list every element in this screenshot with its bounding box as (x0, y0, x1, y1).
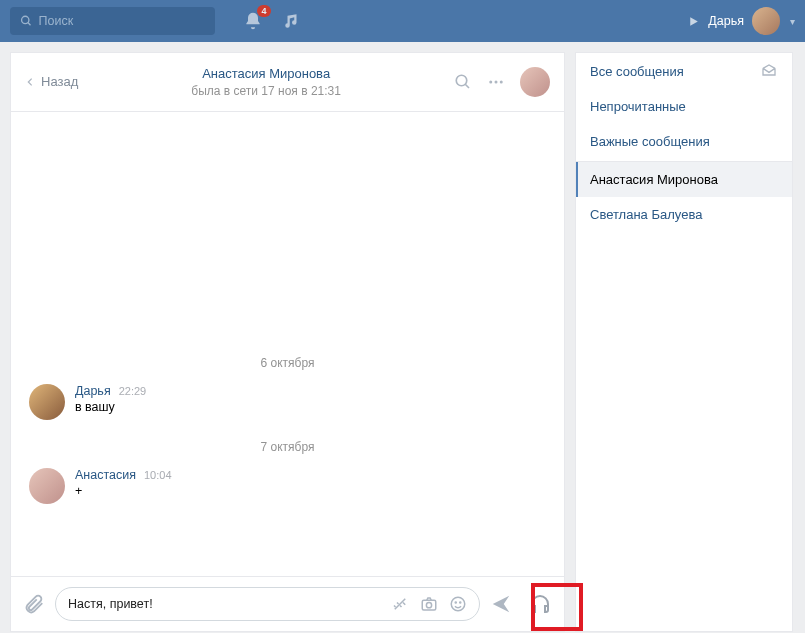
sidebar-contact[interactable]: Светлана Балуева (576, 197, 792, 232)
back-label: Назад (41, 74, 78, 89)
sidebar-item-label: Все сообщения (590, 64, 684, 79)
headphones-button[interactable] (528, 592, 552, 616)
message-time: 22:29 (119, 385, 147, 397)
svg-line-3 (465, 84, 469, 88)
play-icon (687, 15, 700, 28)
chat-title[interactable]: Анастасия Миронова (78, 65, 454, 83)
avatar[interactable] (29, 384, 65, 420)
notifications-badge: 4 (257, 5, 271, 17)
back-button[interactable]: Назад (25, 74, 78, 89)
svg-point-11 (460, 602, 461, 603)
camera-icon (419, 595, 439, 613)
svg-point-8 (426, 603, 431, 608)
sidebar-item-important[interactable]: Важные сообщения (576, 124, 792, 159)
message-row: Дарья 22:29 в вашу (29, 384, 546, 420)
chat-panel: Назад Анастасия Миронова была в сети 17 … (10, 52, 565, 632)
message-input[interactable] (68, 597, 381, 611)
composer (11, 576, 564, 631)
sidebar-item-label: Важные сообщения (590, 134, 710, 149)
sidebar-item-unread[interactable]: Непрочитанные (576, 89, 792, 124)
music-icon (283, 12, 301, 30)
search-in-chat-button[interactable] (454, 73, 472, 91)
sidebar-item-all[interactable]: Все сообщения (576, 53, 792, 89)
svg-rect-7 (422, 600, 436, 610)
chat-status: была в сети 17 ноя в 21:31 (78, 83, 454, 99)
envelope-icon (760, 63, 778, 79)
emoji-button[interactable] (449, 595, 467, 613)
sidebar-item-label: Светлана Балуева (590, 207, 702, 222)
dots-icon (486, 73, 506, 91)
voice-button[interactable] (391, 595, 409, 613)
svg-point-0 (22, 16, 29, 23)
camera-button[interactable] (419, 595, 439, 613)
date-separator: 6 октября (29, 356, 546, 370)
date-separator: 7 октября (29, 440, 546, 454)
message-text: в вашу (75, 400, 146, 414)
send-button[interactable] (490, 593, 512, 615)
notifications-button[interactable]: 4 (243, 11, 263, 31)
user-menu[interactable]: Дарья ▾ (687, 7, 795, 35)
svg-point-2 (456, 75, 467, 86)
svg-point-10 (455, 602, 456, 603)
svg-point-6 (500, 80, 503, 83)
user-name-label: Дарья (708, 14, 744, 28)
message-input-wrap[interactable] (55, 587, 480, 621)
topbar-icons: 4 (243, 11, 301, 31)
svg-point-5 (495, 80, 498, 83)
search-input[interactable] (39, 14, 205, 28)
sidebar-contact-active[interactable]: Анастасия Миронова (576, 162, 792, 197)
topbar: 4 Дарья ▾ (0, 0, 805, 42)
message-text: + (75, 484, 172, 498)
sidebar-item-label: Непрочитанные (590, 99, 686, 114)
sidebar: Все сообщения Непрочитанные Важные сообщ… (575, 52, 793, 632)
svg-point-4 (489, 80, 492, 83)
chat-header: Назад Анастасия Миронова была в сети 17 … (11, 53, 564, 112)
chevron-left-icon (25, 75, 35, 89)
paperclip-icon (23, 593, 45, 615)
messages-scroll[interactable]: 6 октября Дарья 22:29 в вашу 7 октября А… (11, 112, 564, 576)
sidebar-item-label: Анастасия Миронова (590, 172, 718, 187)
svg-point-9 (451, 597, 465, 611)
avatar[interactable] (29, 468, 65, 504)
microphone-icon (391, 595, 409, 613)
smile-icon (449, 595, 467, 613)
search-icon (454, 73, 472, 91)
music-button[interactable] (283, 12, 301, 30)
message-author[interactable]: Анастасия (75, 468, 136, 482)
svg-line-1 (28, 23, 31, 26)
chevron-down-icon: ▾ (790, 16, 795, 27)
peer-avatar[interactable] (520, 67, 550, 97)
headphones-icon (528, 592, 552, 616)
search-input-wrap[interactable] (10, 7, 215, 35)
search-icon (20, 14, 33, 28)
more-button[interactable] (486, 73, 506, 91)
attach-button[interactable] (23, 593, 45, 615)
message-row: Анастасия 10:04 + (29, 468, 546, 504)
avatar (752, 7, 780, 35)
message-author[interactable]: Дарья (75, 384, 111, 398)
message-time: 10:04 (144, 469, 172, 481)
send-icon (490, 593, 512, 615)
